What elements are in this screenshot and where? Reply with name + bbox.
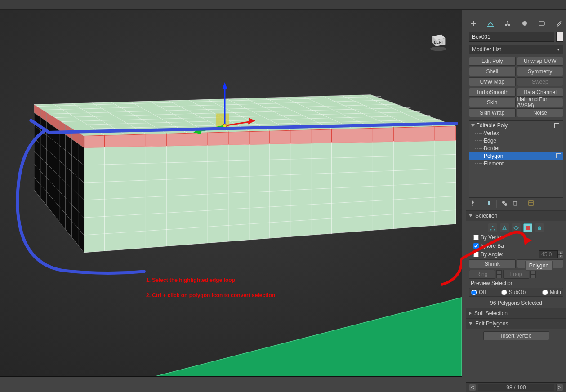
stack-modifier-header[interactable]: Editable Poly xyxy=(469,122,563,129)
svg-rect-107 xyxy=(507,21,508,22)
chevron-down-icon xyxy=(469,322,472,325)
svg-point-100 xyxy=(430,47,446,51)
modify-tab-icon[interactable] xyxy=(487,20,494,27)
modifier-buttons-grid: Edit PolyUnwrap UVWShellSymmetryUVW MapS… xyxy=(466,55,566,119)
by-vertex-label: By Vertex xyxy=(481,234,504,241)
preview-off-label: Off xyxy=(479,289,486,295)
insert-vertex-button[interactable]: Insert Vertex xyxy=(483,331,549,340)
utilities-tab-icon[interactable] xyxy=(555,20,562,27)
preview-selection-label: Preview Selection xyxy=(469,280,563,286)
loop-button[interactable]: Loop xyxy=(503,270,529,279)
svg-rect-118 xyxy=(514,201,517,205)
stack-subobj-element[interactable]: ⋯⋯ Element xyxy=(469,160,563,167)
rollout-edit-polygons-title: Edit Polygons xyxy=(475,321,508,327)
grow-button[interactable]: Grow xyxy=(517,259,564,268)
box-front-face-lower xyxy=(84,140,456,253)
selection-count-label: 96 Polygons Selected xyxy=(469,298,563,306)
annotation-text: 1. Select the highlighted edge loop 2. C… xyxy=(146,271,275,302)
selection-element-icon[interactable] xyxy=(535,223,544,232)
make-unique-icon[interactable] xyxy=(501,200,508,208)
modifier-button-turbosmooth[interactable]: TurboSmooth xyxy=(469,88,516,97)
modifier-list-dropdown[interactable]: Modifier List▼ xyxy=(469,45,563,54)
by-angle-label: By Angle: xyxy=(481,251,504,258)
selection-border-icon[interactable] xyxy=(512,223,521,232)
stack-expand-icon[interactable] xyxy=(471,124,475,127)
rollout-page-indicator: 98 / 100 xyxy=(478,384,554,391)
scroll-next-button[interactable]: > xyxy=(556,384,563,391)
svg-rect-108 xyxy=(505,24,507,26)
svg-point-124 xyxy=(492,226,494,227)
modifier-button-data-channel[interactable]: Data Channel xyxy=(517,88,564,97)
modifier-button-skin-wrap[interactable]: Skin Wrap xyxy=(469,108,516,117)
svg-point-123 xyxy=(490,229,492,231)
selection-vertex-icon[interactable] xyxy=(488,223,497,232)
modifier-button-skin[interactable]: Skin xyxy=(469,98,516,107)
stack-subobj-edge[interactable]: ⋯⋯ Edge xyxy=(469,137,563,144)
viewcube[interactable]: LEFT xyxy=(426,27,451,53)
by-angle-checkbox[interactable] xyxy=(473,252,479,257)
ring-spin-up[interactable] xyxy=(496,270,502,274)
object-name-input[interactable] xyxy=(469,32,554,42)
configure-modifier-sets-icon[interactable] xyxy=(528,200,534,208)
pin-stack-icon[interactable] xyxy=(470,200,476,208)
preview-subobj-radio[interactable] xyxy=(501,290,507,295)
motion-tab-icon[interactable] xyxy=(521,20,528,27)
shrink-button[interactable]: Shrink xyxy=(469,259,516,268)
svg-point-117 xyxy=(504,203,507,206)
stack-subobj-vertex[interactable]: ⋯⋯ Vertex xyxy=(469,129,563,137)
selection-edge-icon[interactable] xyxy=(500,223,509,232)
ring-button[interactable]: Ring xyxy=(469,270,495,279)
loop-spin-down[interactable] xyxy=(530,274,536,278)
preview-multi-radio[interactable] xyxy=(542,290,548,295)
rollout-selection-title: Selection xyxy=(475,213,497,219)
create-tab-icon[interactable] xyxy=(470,20,477,27)
viewport[interactable]: LEFT 1. Select the highlighted edge loop… xyxy=(0,10,462,377)
svg-rect-120 xyxy=(529,201,533,205)
stack-subobj-toggle[interactable] xyxy=(556,153,561,158)
ring-spin-down[interactable] xyxy=(496,274,502,278)
rollout-soft-selection-title: Soft Selection xyxy=(474,310,508,316)
modifier-button-unwrap-uvw[interactable]: Unwrap UVW xyxy=(517,57,564,66)
modifier-button-noise[interactable]: Noise xyxy=(517,108,564,117)
svg-point-116 xyxy=(502,201,505,204)
hierarchy-tab-icon[interactable] xyxy=(504,20,511,27)
stack-show-result-icon[interactable] xyxy=(554,123,559,128)
modifier-button-uvw-map[interactable]: UVW Map xyxy=(469,77,516,86)
modifier-button-symmetry[interactable]: Symmetry xyxy=(517,67,564,76)
display-tab-icon[interactable] xyxy=(538,20,545,27)
stack-subobj-border[interactable]: ⋯⋯ Border xyxy=(469,144,563,152)
modifier-button-shell[interactable]: Shell xyxy=(469,67,516,76)
svg-point-99 xyxy=(223,124,227,128)
rollout-selection-header[interactable]: Selection xyxy=(466,211,566,221)
modifier-stack[interactable]: Editable Poly ⋯⋯ Vertex⋯⋯ Edge⋯⋯ Border⋯… xyxy=(469,120,563,198)
by-angle-spin-down[interactable]: ▼ xyxy=(558,254,563,258)
annotation-red-arrow xyxy=(442,259,462,285)
by-vertex-checkbox[interactable] xyxy=(473,235,479,240)
preview-off-radio[interactable] xyxy=(471,290,477,295)
rollout-edit-polygons-header[interactable]: Edit Polygons xyxy=(466,319,566,329)
ignore-backfacing-checkbox[interactable] xyxy=(473,243,479,249)
svg-rect-113 xyxy=(539,22,544,25)
modifier-button-hair-fur[interactable]: Hair and Fur (WSM) xyxy=(517,98,564,107)
remove-modifier-icon[interactable] xyxy=(512,200,518,208)
stack-toolbar xyxy=(466,198,566,210)
selection-polygon-icon[interactable] xyxy=(523,223,532,232)
ignore-backfacing-label: Ignore Ba xyxy=(481,243,504,249)
rollout-soft-selection-header[interactable]: Soft Selection xyxy=(466,308,566,318)
preview-multi-label: Multi xyxy=(550,289,561,295)
modifier-button-sweep[interactable]: Sweep xyxy=(517,77,564,86)
svg-rect-126 xyxy=(526,226,530,230)
stack-subobj-polygon[interactable]: ⋯⋯ Polygon xyxy=(469,152,563,160)
command-panel: Modifier List▼ Edit PolyUnwrap UVWShellS… xyxy=(466,17,566,392)
svg-point-125 xyxy=(494,229,495,231)
by-angle-field[interactable] xyxy=(539,250,558,258)
object-color-swatch[interactable] xyxy=(556,32,563,42)
svg-marker-94 xyxy=(222,82,227,89)
by-angle-spin-up[interactable]: ▲ xyxy=(558,251,563,254)
scroll-prev-button[interactable]: < xyxy=(469,384,476,391)
modifier-button-edit-poly[interactable]: Edit Poly xyxy=(469,57,516,66)
ground-plane xyxy=(155,298,462,377)
show-end-result-icon[interactable] xyxy=(486,200,492,208)
loop-spin-up[interactable] xyxy=(530,270,536,274)
viewcube-face-label: LEFT xyxy=(434,40,444,45)
